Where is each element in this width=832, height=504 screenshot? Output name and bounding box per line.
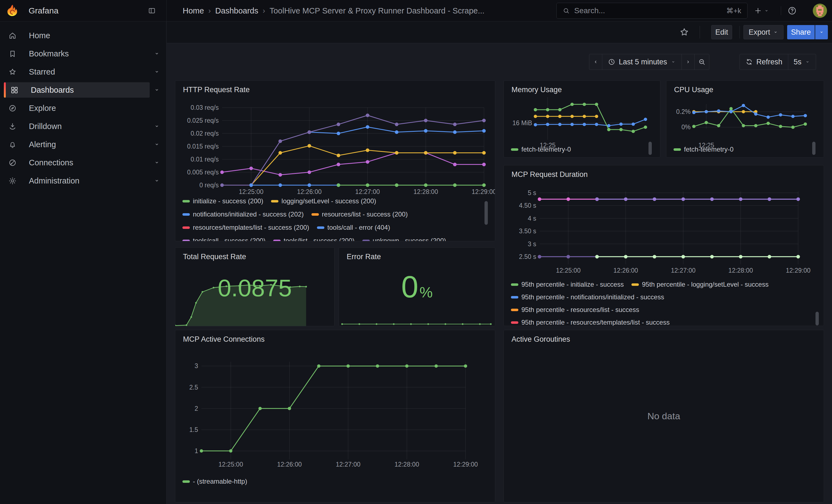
svg-text:12:25:00: 12:25:00 [556,267,581,274]
time-shift-forward-button[interactable] [681,54,695,70]
legend-item[interactable]: tools/list - success (200) [273,237,354,241]
sidebar-toggle-icon[interactable] [148,7,156,15]
legend-series-label: notifications/initialized - success (202… [193,210,304,218]
legend-item[interactable]: resources/templates/list - success (200) [182,224,309,231]
legend-series-label: logging/setLevel - success (200) [282,197,376,205]
legend-series-color [271,200,279,203]
svg-text:1.5: 1.5 [189,426,198,433]
avatar[interactable] [813,4,827,18]
chevron-down-icon[interactable] [154,178,160,184]
legend-series-color [311,213,319,216]
chevron-down-icon[interactable] [154,159,160,166]
legend-item[interactable]: 95th percentile - resources/list - succe… [511,306,639,314]
export-button[interactable]: Export [744,25,784,39]
search-box[interactable]: ⌘+k [556,3,748,19]
legend-item[interactable]: 95th percentile - initialize - success [511,281,624,288]
refresh-controls: Refresh 5s [739,54,816,70]
panel-title[interactable]: CPU Usage [674,85,713,94]
legend-item[interactable]: initialize - success (200) [182,197,263,205]
favorite-star-icon[interactable] [679,27,690,37]
sidebar-item-label: Bookmarks [29,49,69,58]
svg-text:0.02 req/s: 0.02 req/s [191,130,219,137]
legend-item[interactable]: 95th percentile - logging/setLevel - suc… [631,281,769,288]
edit-button[interactable]: Edit [711,25,732,39]
chevron-down-icon[interactable] [154,50,160,57]
breadcrumb-separator: › [263,7,265,15]
legend-item[interactable]: unknown - success (200) [362,237,446,241]
legend-scrollbar[interactable] [485,201,488,225]
panel-title[interactable]: MCP Active Connections [183,335,265,344]
legend-series-label: fetch-telemetry-0 [521,145,571,153]
sidebar-item-home[interactable]: Home [0,26,166,45]
help-icon[interactable] [787,6,797,16]
panel-title[interactable]: HTTP Request Rate [183,85,250,94]
sidebar-item-alerting[interactable]: Alerting [0,135,166,154]
refresh-interval-picker[interactable]: 5s [788,54,816,70]
sidebar-item-connections[interactable]: Connections [0,154,166,172]
legend-series-label: 95th percentile - resources/list - succe… [521,306,639,314]
legend-scrollbar[interactable] [649,142,652,155]
cpu-legend: fetch-telemetry-0 [674,144,811,157]
svg-text:4 s: 4 s [528,215,536,222]
share-menu-button[interactable] [815,25,828,39]
chevron-down-icon[interactable] [154,69,160,75]
legend-item[interactable]: resources/list - success (200) [311,210,408,218]
svg-text:12:26:00: 12:26:00 [614,267,638,274]
share-button[interactable]: Share [787,25,815,39]
legend-series-label: resources/list - success (200) [322,210,408,218]
panel-title[interactable]: Memory Usage [512,85,562,94]
search-shortcut: ⌘+k [726,7,741,15]
legend-item[interactable]: tools/call - error (404) [317,224,390,231]
sidebar-item-dashboards[interactable]: Dashboards [0,81,166,99]
home-icon [8,31,17,40]
export-button-label: Export [749,28,770,36]
legend-item[interactable]: notifications/initialized - success (202… [182,210,304,218]
sidebar-item-drilldown[interactable]: Drilldown [0,117,166,135]
legend-series-color [273,240,281,241]
svg-text:0 req/s: 0 req/s [200,182,219,189]
bookmark-icon [8,50,17,58]
chevron-down-icon[interactable] [154,87,160,93]
sidebar-item-bookmarks[interactable]: Bookmarks [0,45,166,63]
sidebar-item-explore[interactable]: Explore [0,99,166,117]
compass-icon [8,104,17,112]
panel-title[interactable]: Total Request Rate [183,253,246,261]
svg-text:0.03 req/s: 0.03 req/s [191,104,219,111]
sidebar-item-administration[interactable]: Administration [0,172,166,190]
legend-item[interactable]: - (streamable-http) [182,478,247,485]
legend-item[interactable]: fetch-telemetry-0 [674,145,733,153]
time-range-picker[interactable]: Last 5 minutes [602,54,681,70]
no-data-message: No data [504,330,824,502]
legend-series-color [182,480,190,483]
time-shift-back-button[interactable] [589,54,602,70]
search-input[interactable] [574,6,722,15]
svg-text:1: 1 [194,447,198,454]
legend-item[interactable]: fetch-telemetry-0 [511,145,571,153]
legend-item[interactable]: 95th percentile - notifications/initiali… [511,293,664,301]
chevron-down-icon[interactable] [154,123,160,130]
grafana-logo-icon[interactable] [6,4,19,17]
sidebar-item-starred[interactable]: Starred [0,63,166,81]
chevron-down-icon[interactable] [154,141,160,148]
refresh-button[interactable]: Refresh [740,54,788,70]
legend-item[interactable]: 95th percentile - resources/templates/li… [511,319,670,326]
svg-text:5 s: 5 s [528,189,536,196]
breadcrumb-home[interactable]: Home [183,6,204,16]
error-rate-unit: % [420,284,433,301]
panel-title[interactable]: MCP Request Duration [512,170,588,179]
legend-scrollbar[interactable] [812,142,815,155]
svg-text:0.015 req/s: 0.015 req/s [187,143,219,150]
breadcrumb-dashboards[interactable]: Dashboards [215,6,258,16]
drilldown-icon [8,122,17,131]
chevron-down-icon [819,29,824,35]
legend-series-color [182,200,190,203]
legend-series-label: 95th percentile - notifications/initiali… [521,293,664,301]
legend-series-color [511,309,518,311]
legend-item[interactable]: tools/call - success (200) [182,237,265,241]
legend-item[interactable]: logging/setLevel - success (200) [271,197,376,205]
new-menu-button[interactable] [754,0,769,22]
legend-scrollbar[interactable] [815,312,819,325]
svg-text:2.5: 2.5 [189,384,198,391]
svg-text:12:29:00: 12:29:00 [453,461,478,468]
zoom-out-button[interactable] [695,54,709,70]
